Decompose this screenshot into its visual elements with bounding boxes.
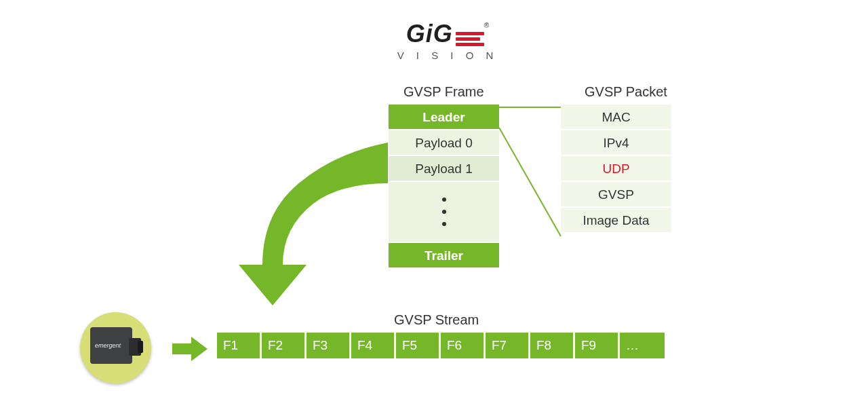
gige-vision-logo: GiG® V I S I O N bbox=[393, 22, 502, 61]
stream-f7-cell: F7 bbox=[486, 333, 530, 358]
logo-e-bars-icon bbox=[456, 30, 484, 48]
stream-f3-cell: F3 bbox=[307, 333, 351, 358]
stream-f8-cell: F8 bbox=[530, 333, 575, 358]
logo-gig-text: GiG bbox=[406, 20, 453, 48]
logo-top-line: GiG® bbox=[393, 22, 502, 48]
frame-to-stream-arrow-icon bbox=[218, 136, 408, 312]
gvsp-packet-title: GVSP Packet bbox=[585, 84, 667, 100]
gvsp-packet-column: MAC IPv4 UDP GVSP Image Data bbox=[561, 105, 671, 234]
stream-f6-cell: F6 bbox=[441, 333, 486, 358]
logo-registered-mark: ® bbox=[484, 22, 489, 29]
camera-to-stream-arrow-icon bbox=[171, 335, 209, 362]
stream-f2-cell: F2 bbox=[262, 333, 307, 358]
packet-ipv4-cell: IPv4 bbox=[561, 130, 671, 156]
stream-f5-cell: F5 bbox=[396, 333, 441, 358]
gvsp-stream-title: GVSP Stream bbox=[394, 312, 479, 328]
camera-brand-label: emergent bbox=[95, 342, 121, 349]
stream-more-cell: … bbox=[620, 333, 665, 358]
packet-udp-cell: UDP bbox=[561, 156, 671, 182]
stream-f4-cell: F4 bbox=[351, 333, 396, 358]
svg-line-1 bbox=[499, 128, 561, 236]
gvsp-frame-title: GVSP Frame bbox=[403, 84, 484, 100]
frame-to-packet-connector-lines bbox=[499, 102, 561, 251]
logo-subtext: V I S I O N bbox=[393, 50, 502, 61]
frame-leader-cell: Leader bbox=[389, 105, 499, 130]
stream-f9-cell: F9 bbox=[575, 333, 620, 358]
packet-image-cell: Image Data bbox=[561, 208, 671, 234]
camera-lens-icon bbox=[138, 341, 143, 353]
camera-icon: emergent bbox=[80, 312, 151, 384]
gvsp-stream-row: F1 F2 F3 F4 F5 F6 F7 F8 F9 … bbox=[217, 333, 665, 358]
packet-gvsp-cell: GVSP bbox=[561, 182, 671, 208]
packet-mac-cell: MAC bbox=[561, 105, 671, 130]
stream-f1-cell: F1 bbox=[217, 333, 262, 358]
